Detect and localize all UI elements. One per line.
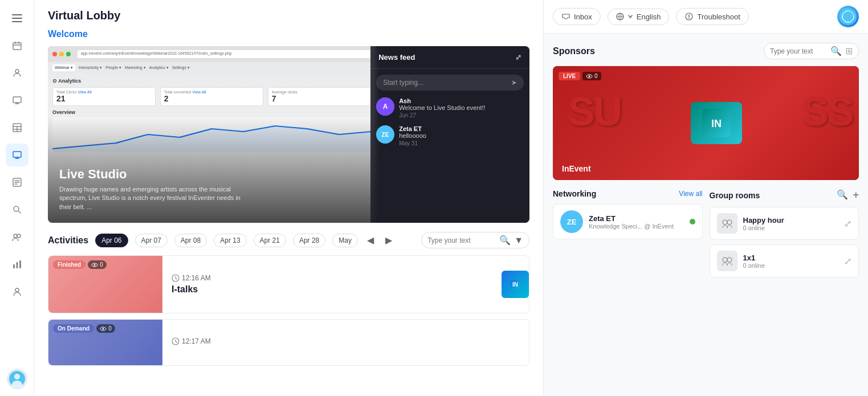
svg-point-9 [14,206,19,211]
sidebar-item-table[interactable] [6,116,28,139]
group-rooms-search-icon[interactable]: 🔍 [837,189,848,201]
activities-search-icon[interactable]: 🔍 [499,235,511,246]
sponsor-views-count: 0 [594,73,598,79]
sidebar-item-calendar[interactable] [6,34,28,57]
view-all-networking[interactable]: View all [679,190,702,198]
svg-point-10 [14,234,17,238]
send-icon[interactable]: ➤ [511,79,517,87]
news-feed-panel: News feed ⤢ Start typing... ➤ A Ash Welc… [370,46,529,223]
group-name-1x1: 1x1 [743,254,839,262]
date-apr21[interactable]: Apr 21 [254,234,286,247]
finished-badge: Finished [53,260,85,269]
news-feed-header: News feed ⤢ [370,46,529,69]
live-label: LIVE [563,73,576,79]
date-apr28[interactable]: Apr 28 [293,234,325,247]
svg-rect-14 [19,260,21,268]
news-feed-title: News feed [378,53,415,62]
group-rooms-add-icon[interactable]: + [853,189,859,201]
activity-badge-1: Finished 0 [53,260,107,269]
sidebar-item-menu[interactable] [6,7,28,30]
date-apr07[interactable]: Apr 07 [135,234,168,247]
date-prev-icon[interactable]: ◀ [365,235,376,246]
sidebar-item-profile[interactable] [6,62,28,84]
msg-avatar-1: A [376,97,394,116]
date-apr08[interactable]: Apr 08 [174,234,207,247]
sponsor-views: 0 [582,72,601,80]
svg-rect-5 [13,97,21,103]
sidebar-item-search2[interactable] [6,198,28,221]
sponsors-search-input[interactable] [770,47,827,55]
views-count-1: 0 [100,262,103,268]
msg-time-2: May 31 [399,140,524,146]
networking-section: Networking View all ZE Zeta ET Knowledge… [553,189,703,239]
sidebar-item-monitor[interactable] [6,144,28,166]
activities-filter-icon[interactable]: ▼ [514,235,523,246]
sidebar-item-stats[interactable] [6,253,28,276]
group-info-1x1: 1x1 0 online [743,254,839,269]
activity-info-1: 12:16 AM I-talks [162,256,502,313]
inevent-logo-1: IN [510,280,520,289]
activities-search-input[interactable] [427,236,496,244]
group-room-1x1[interactable]: 1x1 0 online ⤢ [710,244,859,277]
user-globe-avatar[interactable] [837,6,859,27]
msg-time-1: Jun 27 [399,112,524,119]
page-title: Virtual Lobby [34,0,543,22]
svg-rect-0 [12,14,22,15]
user-avatar[interactable] [7,369,27,389]
svg-point-33 [589,75,590,77]
english-label: English [637,13,661,21]
group-expand-icon-1[interactable]: ⤢ [844,218,851,229]
svg-point-41 [727,258,732,262]
activity-card-2[interactable]: On Demand 0 12:17 AM [48,319,529,366]
english-button[interactable]: English [608,9,670,25]
sponsors-search-icon[interactable]: 🔍 [830,46,842,56]
svg-rect-7 [13,152,21,157]
sponsors-search: 🔍 ⊞ [764,43,859,59]
group-room-happy-hour[interactable]: Happy hour 0 online ⤢ [710,207,859,240]
group-room-icon-1 [717,213,737,234]
welcome-section: Welcome app.inevent.com/any/inEventKnowl… [34,22,543,232]
group-expand-icon-2[interactable]: ⤢ [844,256,851,267]
activity-badge-2: On Demand 0 [53,324,115,333]
activity-time-text-1: 12:16 AM [182,274,211,282]
troubleshoot-button[interactable]: Troubleshoot [676,8,748,25]
group-rooms-title: Group rooms [710,191,760,200]
activity-card-1[interactable]: Finished 0 12:16 AM I-talks IN [48,255,529,313]
activity-time-2: 12:17 AM [172,337,520,345]
news-message-1: A Ash Welcome to Live Studio event!! Jun… [376,97,524,119]
views-count-2: 0 [108,325,112,332]
activity-logo-1: IN [502,271,529,298]
group-online-1x1: 0 online [743,262,839,269]
svg-point-24 [94,264,96,266]
sidebar-item-users[interactable] [6,280,28,303]
group-rooms-actions: 🔍 + [837,189,859,201]
sponsors-filter-icon[interactable]: ⊞ [845,46,853,56]
date-may[interactable]: May [332,234,358,247]
svg-point-17 [14,374,20,379]
news-feed-expand-icon[interactable]: ⤢ [515,53,521,62]
date-apr06[interactable]: Apr 06 [95,234,128,247]
msg-text-2: hellooooo [399,132,524,139]
person-card-zeta[interactable]: ZE Zeta ET Knowledge Speci... @ InEvent [553,204,703,239]
activities-title: Activities [48,235,88,246]
sponsor-card[interactable]: SU SS LIVE 0 IN InEvent [553,66,859,180]
right-header: Inbox English Troubleshoot [544,0,868,34]
date-apr13[interactable]: Apr 13 [214,234,246,247]
svg-point-4 [15,70,19,73]
sidebar-item-group[interactable] [6,226,28,248]
svg-rect-3 [13,43,21,50]
date-next-icon[interactable]: ▶ [383,235,394,246]
views-badge-2: 0 [96,324,115,333]
sidebar-item-screen[interactable] [6,89,28,112]
msg-name-1: Ash [399,97,524,104]
right-body: Sponsors 🔍 ⊞ SU SS LIVE 0 [544,34,868,396]
sidebar-item-settings2[interactable] [6,171,28,194]
inbox-button[interactable]: Inbox [553,8,601,25]
group-rooms-section: Group rooms 🔍 + Happy hour 0 online ⤢ [710,189,859,282]
msg-name-2: Zeta ET [399,125,524,132]
video-title: Live Studio [59,167,242,182]
news-feed-input-area[interactable]: Start typing... ➤ [376,75,524,91]
main-content: Virtual Lobby Welcome app.inevent.com/an… [34,0,543,396]
activity-name-1: I-talks [172,284,492,295]
inbox-label: Inbox [574,13,592,21]
